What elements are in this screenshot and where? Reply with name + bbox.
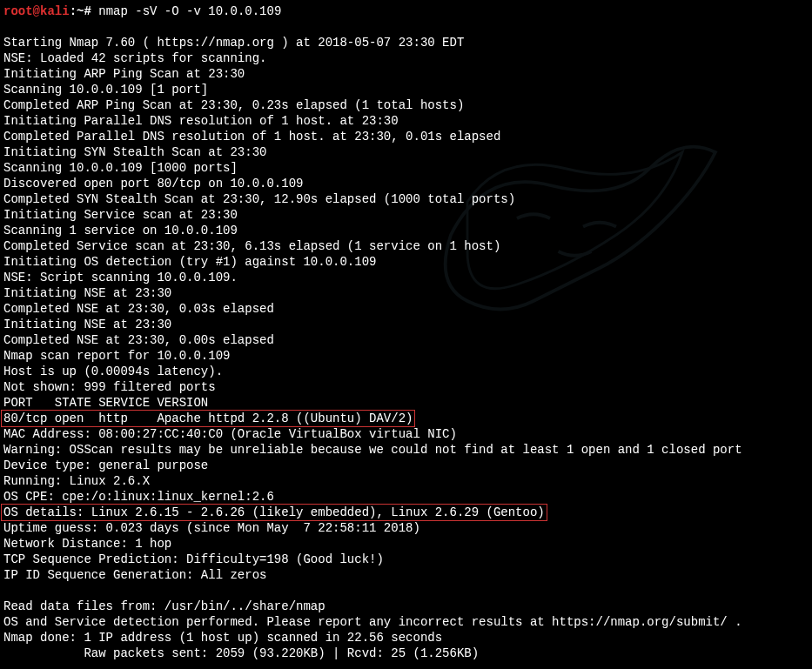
- output-line: Initiating Parallel DNS resolution of 1 …: [3, 114, 399, 128]
- output-line: OS CPE: cpe:/o:linux:linux_kernel:2.6: [3, 490, 274, 504]
- output-line: Uptime guess: 0.023 days (since Mon May …: [3, 521, 420, 535]
- output-line: Scanning 1 service on 10.0.0.109: [3, 224, 238, 237]
- output-line: Nmap done: 1 IP address (1 host up) scan…: [3, 631, 442, 645]
- output-line: Scanning 10.0.0.109 [1 port]: [3, 83, 208, 97]
- output-line: Warning: OSScan results may be unreliabl…: [3, 443, 742, 457]
- output-line: Read data files from: /usr/bin/../share/…: [3, 599, 325, 613]
- output-line: Completed ARP Ping Scan at 23:30, 0.23s …: [3, 98, 464, 112]
- output-line: Completed NSE at 23:30, 0.03s elapsed: [3, 302, 274, 316]
- output-line: Completed Parallel DNS resolution of 1 h…: [3, 130, 500, 144]
- output-line: MAC Address: 08:00:27:CC:40:C0 (Oracle V…: [3, 427, 457, 441]
- output-line: Not shown: 999 filtered ports: [3, 380, 216, 394]
- output-line: Completed SYN Stealth Scan at 23:30, 12.…: [3, 192, 515, 206]
- output-line: NSE: Loaded 42 scripts for scanning.: [3, 51, 266, 65]
- output-line: IP ID Sequence Generation: All zeros: [3, 568, 266, 582]
- output-line: Initiating NSE at 23:30: [3, 318, 171, 331]
- output-line: Starting Nmap 7.60 ( https://nmap.org ) …: [3, 36, 464, 50]
- output-line: Host is up (0.00094s latency).: [3, 365, 223, 378]
- output-line: Initiating NSE at 23:30: [3, 286, 171, 300]
- output-line: Nmap scan report for 10.0.0.109: [3, 349, 230, 363]
- output-line: Initiating ARP Ping Scan at 23:30: [3, 67, 245, 81]
- prompt-hash: #: [84, 4, 98, 18]
- highlighted-port-line: 80/tcp open http Apache httpd 2.2.8 ((Ub…: [1, 410, 415, 427]
- highlighted-os-line: OS details: Linux 2.6.15 - 2.6.26 (likel…: [1, 504, 547, 521]
- output-line: Scanning 10.0.0.109 [1000 ports]: [3, 161, 238, 175]
- command-text: nmap -sV -O -v 10.0.0.109: [98, 4, 281, 18]
- output-line: Initiating SYN Stealth Scan at 23:30: [3, 145, 266, 159]
- prompt-colon: :: [70, 4, 77, 18]
- output-line: Discovered open port 80/tcp on 10.0.0.10…: [3, 177, 303, 191]
- output-line: TCP Sequence Prediction: Difficulty=198 …: [3, 552, 384, 566]
- prompt-user: root@kali: [3, 4, 70, 18]
- output-line: Initiating Service scan at 23:30: [3, 208, 238, 222]
- output-line: Running: Linux 2.6.X: [3, 474, 150, 488]
- output-line: Completed NSE at 23:30, 0.00s elapsed: [3, 333, 274, 347]
- output-line: Completed Service scan at 23:30, 6.13s e…: [3, 239, 500, 253]
- output-line: Raw packets sent: 2059 (93.220KB) | Rcvd…: [3, 646, 479, 660]
- output-line: OS and Service detection performed. Plea…: [3, 615, 742, 629]
- terminal-output: root@kali:~# nmap -sV -O -v 10.0.0.109 S…: [3, 3, 809, 661]
- output-line: PORT STATE SERVICE VERSION: [3, 396, 208, 410]
- output-line: Device type: general purpose: [3, 458, 208, 472]
- output-line: Initiating OS detection (try #1) against…: [3, 255, 376, 269]
- output-line: NSE: Script scanning 10.0.0.109.: [3, 271, 238, 284]
- output-line: Network Distance: 1 hop: [3, 537, 171, 551]
